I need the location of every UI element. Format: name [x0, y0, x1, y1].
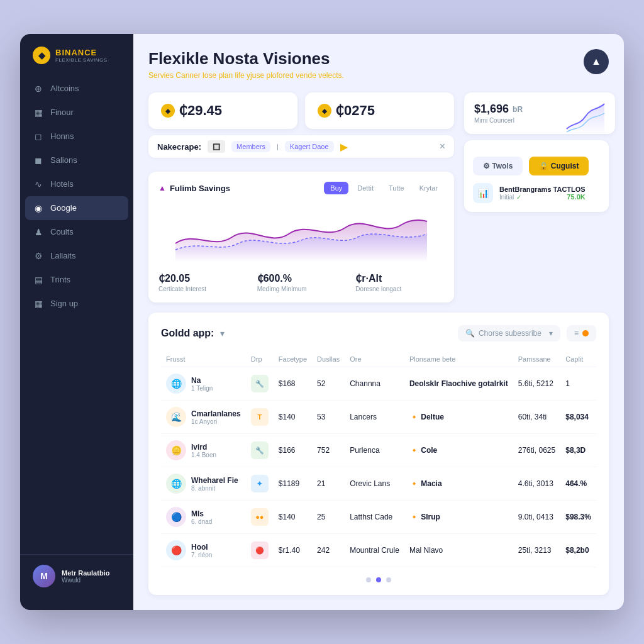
- table-row: 🌐 Na 1 Telign 🔧 $168 52 Channna Deolsklr…: [161, 367, 596, 401]
- suggest-sub-row: Initial ✓ 75.0K: [499, 193, 586, 201]
- cell-channel-2: Purlenca: [345, 434, 404, 467]
- user-name: Metr Raulatbio: [62, 569, 109, 577]
- sidebar-item-google[interactable]: ◉ Google: [25, 196, 128, 220]
- sidebar-item-coults[interactable]: ♟ Coults: [20, 220, 133, 244]
- marketplace-label: Nakecrape:: [157, 142, 201, 152]
- page-header: Flexikle Nosta Visiones Servies Canner l…: [148, 49, 609, 80]
- chart-stat-1: ₵20.05 Certicate Interest: [158, 272, 247, 292]
- row-name-col-1: Cmarlanlanes 1c Anyori: [191, 409, 241, 425]
- col-ore: Ore: [345, 352, 404, 367]
- right-panel: $1,696 bR Mimi Councerl: [464, 92, 609, 303]
- table-search[interactable]: 🔍 Chorse subessribe ▾: [458, 325, 560, 341]
- marketplace-tag2: Kagert Daoe: [285, 141, 334, 152]
- logo-text: BINANCE FLEXIBLE SAVINGS: [55, 48, 108, 63]
- cell-detail-4: 25: [312, 501, 345, 534]
- signup-icon: ▦: [33, 298, 44, 309]
- cell-cap-4: $98.3%: [560, 501, 596, 534]
- row-avatar-4: 🔵: [166, 507, 186, 527]
- header-avatar[interactable]: ▲: [584, 49, 609, 74]
- col-pamssane: Pamssane: [513, 352, 560, 367]
- row-sub-3: 8. abnnit: [191, 485, 238, 492]
- chart-tab-krytar[interactable]: Krytar: [413, 182, 444, 194]
- cell-channel-4: Latthst Cade: [345, 501, 404, 534]
- left-stats: ◆ ₵29.45 ◆ ₵0275 Nakecrape: 🔲: [148, 92, 454, 303]
- chart-header: ▲ Fulimb Savings Buy Dettit Tutte Krytar: [158, 182, 444, 194]
- pagination-dot-2[interactable]: [376, 577, 381, 582]
- table-row: 🔵 Mls 6. dnad ●● $140 25 Latthst Cade 🔸 …: [161, 501, 596, 534]
- chart-tab-tutte[interactable]: Tutte: [382, 182, 411, 194]
- main-content: Flexikle Nosta Visiones Servies Canner l…: [133, 34, 624, 610]
- cell-cap-3: 464.%: [560, 467, 596, 501]
- cell-pam-0: 5.6ti, 5212: [513, 367, 560, 401]
- table-chevron-icon[interactable]: ▾: [220, 328, 225, 338]
- sidebar-item-finour[interactable]: ▦ Finour: [20, 101, 133, 125]
- sidebar-item-trints[interactable]: ▤ Trints: [20, 268, 133, 292]
- row-name-0: Na: [191, 376, 213, 385]
- row-name-col-3: Wheharel Fie 8. abnnit: [191, 476, 238, 492]
- stat-card-2: ◆ ₵0275: [305, 92, 454, 129]
- row-name-col-2: Ivird 1.4 Boen: [191, 443, 216, 458]
- suggest-text: BentBrangrams TACTLOS Initial ✓ 75.0K: [499, 186, 586, 201]
- sidebar-logo: ◆ BINANCE FLEXIBLE SAVINGS: [20, 47, 133, 77]
- type-badge-4: ●●: [251, 508, 269, 526]
- filter-button[interactable]: ≡: [567, 325, 596, 341]
- send-icon[interactable]: ▶: [340, 141, 348, 153]
- pagination-dot-1[interactable]: [366, 577, 371, 582]
- chart-stat-lbl-2: Medimg Minimum: [257, 286, 346, 292]
- lallaits-icon: ⚙: [33, 250, 44, 262]
- sidebar-item-lallaits[interactable]: ⚙ Lallaits: [20, 244, 133, 268]
- sidebar-item-signup[interactable]: ▦ Sign up: [20, 292, 133, 316]
- stat-value-2: ◆ ₵0275: [318, 103, 441, 119]
- type-badge-5: 🔴: [251, 541, 269, 559]
- pagination: [161, 577, 596, 582]
- col-dusllas: Dusllas: [312, 352, 345, 367]
- sidebar-item-salions[interactable]: ◼ Salions: [20, 148, 133, 172]
- chart-tab-buy[interactable]: Buy: [324, 182, 348, 194]
- honns-icon: ◻: [33, 131, 44, 142]
- chart-tab-dettit[interactable]: Dettit: [351, 182, 380, 194]
- cell-pam-4: 9.0ti, 0413: [513, 501, 560, 534]
- row-name-2: Ivird: [191, 443, 216, 452]
- chart-stat-lbl-3: Doresne longact: [355, 286, 444, 292]
- mp-separator: |: [277, 143, 279, 150]
- avatar: M: [33, 565, 55, 587]
- chart-card: ▲ Fulimb Savings Buy Dettit Tutte Krytar: [148, 172, 454, 303]
- coults-icon: ♟: [33, 226, 44, 238]
- cell-detail-1: 53: [312, 401, 345, 434]
- cell-detail-2: 752: [312, 434, 345, 467]
- sidebar-item-altcoins[interactable]: ⊕ Altcoins: [20, 77, 133, 101]
- cell-platform-2: 🔸 Cole: [404, 434, 513, 467]
- cuguist-button[interactable]: 🔒 Cuguist: [529, 157, 589, 175]
- cell-name-3: 🌐 Wheharel Fie 8. abnnit: [161, 467, 246, 501]
- table-header-row: Frusst Drp Facetype Dusllas Ore Plonsame…: [161, 352, 596, 367]
- logo-name: BINANCE: [55, 48, 108, 57]
- chart-stats-row: ₵20.05 Certicate Interest ₵600.% Medimg …: [158, 272, 444, 292]
- stat-cards-row: ◆ ₵29.45 ◆ ₵0275: [148, 92, 454, 129]
- cell-type-1: T: [246, 401, 274, 434]
- cell-platform-5: Mal Nlavo: [404, 534, 513, 567]
- suggest-row: 📊 BentBrangrams TACTLOS Initial ✓ 75.0K: [473, 183, 600, 203]
- table-controls: 🔍 Chorse subessribe ▾ ≡: [458, 325, 596, 341]
- chart-svg: [158, 199, 444, 262]
- suggest-value: 75.0K: [567, 193, 585, 201]
- sidebar-item-honns[interactable]: ◻ Honns: [20, 125, 133, 148]
- table-header: Goldd app: ▾ 🔍 Chorse subessribe ▾ ≡: [161, 325, 596, 341]
- sidebar-item-hotels[interactable]: ∿ Hotels: [20, 172, 133, 196]
- cell-pam-5: 25ti, 3213: [513, 534, 560, 567]
- close-icon[interactable]: ×: [440, 141, 445, 152]
- table-row: 🌊 Cmarlanlanes 1c Anyori T $140 53 Lance…: [161, 401, 596, 434]
- col-caplit: Caplit: [560, 352, 596, 367]
- check-icon: ✓: [516, 194, 521, 201]
- cell-price-4: $140: [274, 501, 312, 534]
- table-head: Frusst Drp Facetype Dusllas Ore Plonsame…: [161, 352, 596, 367]
- hotels-icon: ∿: [33, 179, 44, 190]
- right-stat-card: $1,696 bR Mimi Councerl: [464, 92, 615, 134]
- cell-type-5: 🔴: [246, 534, 274, 567]
- sidebar: ◆ BINANCE FLEXIBLE SAVINGS ⊕ Altcoins ▦ …: [20, 34, 133, 610]
- mini-chart: [564, 97, 608, 135]
- row-name-4: Mls: [191, 509, 212, 518]
- tools-button[interactable]: ⚙ Twols: [473, 157, 523, 175]
- pagination-dot-3[interactable]: [386, 577, 391, 582]
- tools-row: ⚙ Twols 🔒 Cuguist: [473, 157, 600, 175]
- mini-chart-svg: [564, 97, 608, 135]
